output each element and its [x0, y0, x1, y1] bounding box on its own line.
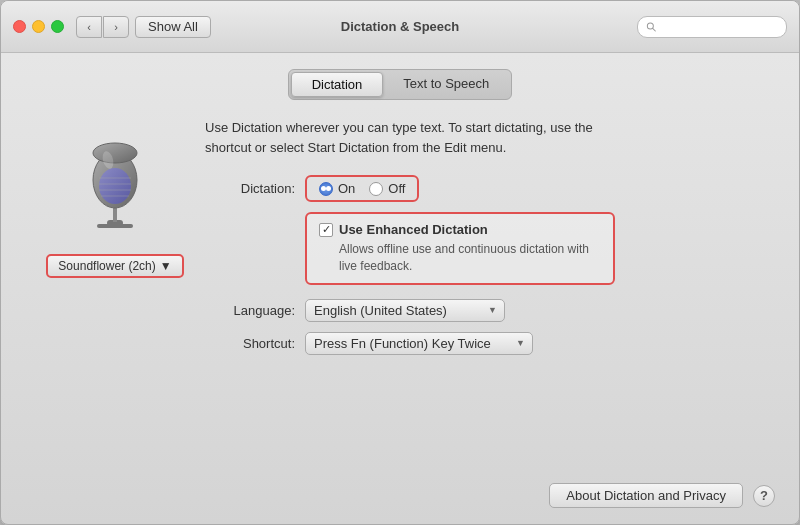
tab-bar: Dictation Text to Speech	[288, 69, 513, 100]
search-bar	[637, 16, 787, 38]
dictation-on-radio[interactable]	[319, 182, 333, 196]
about-button[interactable]: About Dictation and Privacy	[549, 483, 743, 508]
shortcut-label: Shortcut:	[205, 336, 295, 351]
language-row: Language: English (United States) Englis…	[205, 299, 775, 322]
enhanced-description: Allows offline use and continuous dictat…	[339, 241, 601, 275]
back-button[interactable]: ‹	[76, 16, 102, 38]
dictation-on-label: On	[338, 181, 355, 196]
shortcut-select-wrapper: Press Fn (Function) Key Twice Press Righ…	[305, 332, 533, 355]
dictation-row: Dictation: On Off	[205, 175, 775, 202]
svg-line-1	[653, 28, 656, 31]
close-button[interactable]	[13, 20, 26, 33]
shortcut-select[interactable]: Press Fn (Function) Key Twice Press Righ…	[305, 332, 533, 355]
enhanced-title: Use Enhanced Dictation	[339, 222, 488, 237]
description-text: Use Dictation wherever you can type text…	[205, 118, 625, 157]
search-input[interactable]	[661, 20, 778, 34]
window-title: Dictation & Speech	[341, 19, 459, 34]
forward-button[interactable]: ›	[103, 16, 129, 38]
left-panel: Soundflower (2ch) ▼	[25, 118, 205, 508]
source-dropdown[interactable]: Soundflower (2ch) ▼	[46, 254, 183, 278]
tab-dictation[interactable]: Dictation	[291, 72, 384, 97]
dictation-off-label: Off	[388, 181, 405, 196]
dictation-on-option[interactable]: On	[319, 181, 355, 196]
source-arrow-icon: ▼	[160, 259, 172, 273]
nav-buttons: ‹ ›	[76, 16, 129, 38]
main-area: Soundflower (2ch) ▼ Use Dictation wherev…	[25, 118, 775, 508]
enhanced-dictation-box: ✓ Use Enhanced Dictation Allows offline …	[305, 212, 615, 285]
language-select-wrapper: English (United States) English (United …	[305, 299, 505, 322]
microphone-icon	[75, 138, 155, 238]
maximize-button[interactable]	[51, 20, 64, 33]
footer-row: About Dictation and Privacy ?	[205, 473, 775, 508]
svg-rect-3	[97, 224, 133, 228]
language-select[interactable]: English (United States) English (United …	[305, 299, 505, 322]
traffic-lights	[13, 20, 64, 33]
tab-tts[interactable]: Text to Speech	[383, 72, 509, 97]
main-window: ‹ › Show All Dictation & Speech Dictatio…	[0, 0, 800, 525]
dictation-off-radio[interactable]	[369, 182, 383, 196]
minimize-button[interactable]	[32, 20, 45, 33]
titlebar: ‹ › Show All Dictation & Speech	[1, 1, 799, 53]
search-icon	[646, 21, 657, 33]
svg-point-11	[93, 143, 137, 163]
svg-point-6	[99, 168, 131, 204]
show-all-button[interactable]: Show All	[135, 16, 211, 38]
source-label: Soundflower (2ch)	[58, 259, 155, 273]
enhanced-row: ✓ Use Enhanced Dictation	[319, 222, 601, 237]
language-label: Language:	[205, 303, 295, 318]
enhanced-checkbox[interactable]: ✓	[319, 223, 333, 237]
dictation-label: Dictation:	[205, 181, 295, 196]
dictation-radio-group: On Off	[305, 175, 419, 202]
shortcut-row: Shortcut: Press Fn (Function) Key Twice …	[205, 332, 775, 355]
help-button[interactable]: ?	[753, 485, 775, 507]
content-area: Dictation Text to Speech	[1, 53, 799, 524]
right-panel: Use Dictation wherever you can type text…	[205, 118, 775, 508]
dictation-off-option[interactable]: Off	[369, 181, 405, 196]
svg-rect-4	[113, 208, 117, 222]
